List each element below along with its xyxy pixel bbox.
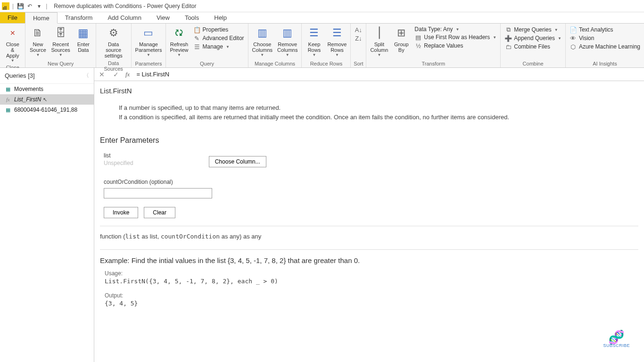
combine-files-button[interactable]: Combine Files (503, 42, 563, 51)
tab-file[interactable]: File (0, 12, 25, 23)
tab-view[interactable]: View (149, 12, 177, 23)
sig-list: list (125, 233, 140, 240)
advanced-editor-label: Advanced Editor (203, 35, 244, 41)
ribbon-group-new-query: New Source ▼ Recent Sources ▼ Enter Data… (25, 24, 96, 67)
formula-input[interactable] (134, 70, 641, 79)
cursor-icon: ↖ (43, 97, 47, 103)
usage-label: Usage: (105, 270, 638, 277)
subscribe-badge: 🧬 SUBSCRIBE (603, 332, 630, 348)
parameters-icon (141, 25, 156, 41)
first-row-label: Use First Row as Headers (424, 34, 490, 41)
sort-desc-button[interactable]: Z↓ (353, 34, 364, 42)
divider (100, 226, 638, 226)
queries-title: Queries [3] (5, 72, 35, 79)
vision-button[interactable]: Vision (568, 34, 642, 42)
sort-desc-icon: Z↓ (355, 34, 362, 42)
group-label-combine: Combine (503, 60, 563, 67)
tab-transform[interactable]: Transform (58, 12, 100, 23)
first-row-icon (414, 33, 422, 41)
group-label-manage-columns: Manage Columns (250, 60, 300, 67)
remove-columns-button[interactable]: Remove Columns ▼ (275, 25, 299, 58)
chevron-down-icon: ▼ (286, 53, 289, 57)
first-row-headers-button[interactable]: Use First Row as Headers▼ (413, 33, 498, 41)
collapse-pane-icon[interactable]: 〈 (83, 72, 89, 80)
data-type-button[interactable]: Data Type: Any▼ (413, 25, 498, 33)
ribbon-group-data-sources: Data source settings Data Sources (96, 24, 132, 67)
group-by-button[interactable]: Group By (391, 25, 412, 54)
group-label-reduce-rows: Reduce Rows (304, 60, 348, 67)
chevron-down-icon: ▼ (493, 35, 496, 40)
append-queries-button[interactable]: Append Queries▼ (503, 34, 563, 42)
manage-parameters-button[interactable]: Manage Parameters ▼ (133, 25, 164, 58)
tab-home[interactable]: Home (25, 12, 58, 24)
text-analytics-label: Text Analytics (579, 26, 613, 33)
enter-data-button[interactable]: Enter Data (73, 25, 94, 54)
merge-icon (504, 26, 512, 33)
sort-asc-button[interactable]: A↓ (353, 25, 364, 34)
group-by-icon (394, 25, 409, 41)
azure-ml-button[interactable]: Azure Machine Learning (568, 42, 642, 51)
new-source-button[interactable]: New Source ▼ (27, 25, 48, 58)
sig-suffix: as any) as any (220, 233, 261, 240)
param-list-label: list (104, 152, 133, 159)
tab-help[interactable]: Help (206, 12, 234, 23)
doc-title: List.FirstN (100, 87, 638, 95)
choose-columns-button[interactable]: Choose Columns ▼ (250, 25, 274, 58)
function-signature: function (list as list, countOrCondition… (100, 233, 638, 240)
tab-add-column[interactable]: Add Column (100, 12, 149, 23)
ribbon-group-manage-columns: Choose Columns ▼ Remove Columns ▼ Manage… (248, 24, 302, 67)
choose-column-button[interactable]: Choose Column... (209, 156, 266, 167)
merge-queries-button[interactable]: Merge Queries▼ (503, 25, 563, 34)
group-label-new-query: New Query (27, 60, 93, 67)
formula-bar: ✕ ✓ fx (94, 68, 644, 81)
sig-prefix: function ( (100, 233, 125, 240)
fx-icon[interactable]: fx (125, 71, 130, 78)
usage-code: List.FirstN({3, 4, 5, -1, 7, 8, 2}, each… (105, 278, 638, 285)
azure-ml-label: Azure Machine Learning (579, 43, 640, 50)
close-apply-label: Close & Apply (4, 41, 21, 58)
ribbon-group-combine: Merge Queries▼ Append Queries▼ Combine F… (501, 24, 566, 67)
data-source-settings-button[interactable]: Data source settings (98, 25, 129, 59)
invoke-button[interactable]: Invoke (104, 207, 138, 218)
group-by-label: Group By (394, 41, 409, 53)
chevron-down-icon: ▼ (36, 53, 40, 57)
remove-rows-button[interactable]: Remove Rows ▼ (325, 25, 348, 58)
query-label: 68000494-61046_191,88 (14, 107, 77, 113)
replace-values-icon (414, 42, 422, 49)
cancel-formula-icon[interactable]: ✕ (97, 70, 107, 79)
window-title: Remove duplicates with Conditions - Powe… (54, 3, 196, 9)
remove-rows-label: Remove Rows (327, 41, 347, 53)
group-label-sort: Sort (353, 60, 364, 67)
split-column-button[interactable]: Split Column ▼ (368, 25, 390, 58)
query-item-movements[interactable]: ▦ Movements (0, 84, 94, 94)
desc-line1: If a number is specified, up to that man… (119, 103, 638, 113)
clear-button[interactable]: Clear (144, 207, 175, 218)
replace-values-label: Replace Values (424, 42, 463, 49)
param-count-label: countOrCondition (optional) (104, 179, 638, 185)
save-icon[interactable] (17, 2, 24, 10)
query-item-list-firstn[interactable]: fx List_FirstN ↖ (0, 94, 94, 105)
qat-dropdown-icon[interactable]: ▾ (35, 2, 43, 10)
properties-button[interactable]: Properties (191, 25, 246, 34)
append-icon (504, 34, 512, 42)
close-apply-button[interactable]: Close & Apply ▼ (2, 25, 23, 64)
keep-rows-button[interactable]: Keep Rows ▼ (304, 25, 324, 58)
text-analytics-icon (570, 26, 577, 33)
manage-button[interactable]: Manage▼ (191, 42, 246, 51)
text-analytics-button[interactable]: Text Analytics (568, 25, 642, 34)
chevron-down-icon: ▼ (226, 45, 230, 49)
refresh-preview-button[interactable]: Refresh Preview ▼ (168, 25, 190, 58)
dna-icon: 🧬 (603, 332, 630, 343)
replace-values-button[interactable]: Replace Values (413, 41, 498, 50)
commit-formula-icon[interactable]: ✓ (111, 70, 121, 79)
advanced-editor-button[interactable]: Advanced Editor (191, 34, 246, 42)
ribbon-tabs: File Home Transform Add Column View Tool… (0, 12, 644, 24)
advanced-editor-icon (193, 34, 201, 42)
query-item-68000494[interactable]: ▦ 68000494-61046_191,88 (0, 105, 94, 115)
recent-sources-button[interactable]: Recent Sources ▼ (49, 25, 72, 58)
tab-tools[interactable]: Tools (177, 12, 206, 23)
count-or-condition-input[interactable] (104, 188, 212, 198)
split-column-label: Split Column (370, 41, 388, 53)
undo-icon[interactable] (26, 2, 33, 10)
desc-line2: If a condition is specified, all items a… (119, 113, 638, 122)
